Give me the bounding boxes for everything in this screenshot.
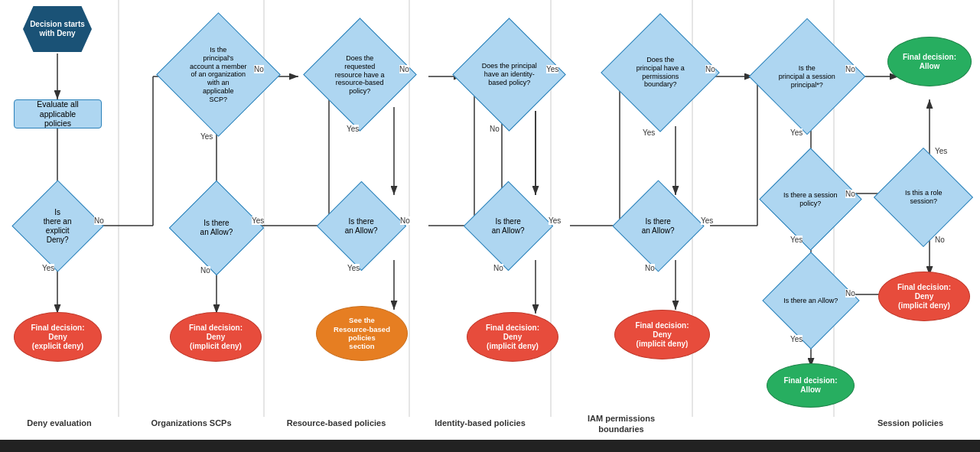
evaluate-node: Evaluate allapplicablepolicies — [14, 99, 102, 128]
scp-allow-diamond: Is therean Allow? — [172, 187, 260, 268]
resource-policy-diamond: Does therequestedresource have aresource… — [314, 23, 405, 126]
label-yes-session-principal: Yes — [790, 128, 803, 137]
label-iam-boundaries: IAM permissionsboundaries — [552, 413, 690, 435]
label-identity-policies: Identity-based policies — [413, 418, 547, 428]
label-yes-resource-allow: Yes — [347, 264, 360, 272]
label-yes-deny: Yes — [42, 264, 54, 272]
label-yes-session-allow: Yes — [790, 335, 803, 343]
label-yes-scp-member: Yes — [200, 132, 213, 141]
session-allow-diamond: Is there an Allow? — [763, 264, 858, 337]
label-yes-identity-allow: Yes — [549, 216, 561, 225]
session-policy-diamond: Is there a sessionpolicy? — [763, 161, 858, 237]
label-yes-resource-policy: Yes — [347, 125, 359, 133]
label-no-identity-policy: No — [490, 125, 500, 133]
label-yes-identity-policy: Yes — [546, 65, 558, 73]
permissions-boundary-diamond: Does theprincipal have apermissionsbound… — [612, 15, 708, 130]
diagram-container: Deny evaluation Organizations SCPs Resou… — [0, 0, 980, 440]
see-resource-policies: See theResource-basedpoliciessection — [316, 306, 408, 361]
final-deny-scp: Final decision:Deny(implicit deny) — [170, 312, 262, 362]
label-resource-policies: Resource-based policies — [266, 418, 406, 428]
label-yes-scp-allow: Yes — [252, 216, 264, 225]
label-no-session-policy: No — [845, 190, 855, 198]
label-no-resource-allow: No — [400, 216, 410, 225]
label-no-scp-member: No — [254, 65, 264, 73]
label-no-resource-policy: No — [399, 65, 409, 73]
label-yes-session-policy: Yes — [790, 236, 803, 244]
label-no-boundary-allow: No — [645, 264, 655, 272]
final-allow-bottom: Final decision:Allow — [767, 363, 855, 408]
explicit-deny-diamond: Isthere anexplicitDeny? — [15, 184, 99, 268]
label-yes-role-session: Yes — [935, 147, 947, 155]
final-deny-explicit: Final decision:Deny(explicit deny) — [14, 312, 102, 362]
session-principal-diamond: Is theprincipal a sessionprincipal*? — [759, 23, 855, 130]
role-session-diamond: Is this a role session? — [878, 159, 969, 236]
resource-allow-diamond: Is therean Allow? — [321, 187, 402, 264]
identity-policy-diamond: Does the principalhave an identity-based… — [463, 23, 555, 126]
label-no-scp-allow: No — [200, 266, 210, 275]
label-yes-boundary-allow: Yes — [701, 216, 713, 225]
label-no-permissions-boundary: No — [705, 65, 715, 73]
scp-member-diamond: Is theprincipal'saccount a memberof an o… — [168, 15, 268, 134]
start-node: Decision startswith Deny — [23, 6, 92, 52]
label-session-policies: Session policies — [842, 418, 979, 428]
label-org-scps: Organizations SCPs — [122, 418, 260, 428]
label-yes-permissions-boundary: Yes — [643, 128, 655, 137]
final-deny-session: Final decision:Deny(implicit deny) — [878, 272, 970, 321]
final-deny-identity: Final decision:Deny(implicit deny) — [467, 312, 558, 362]
boundary-allow-diamond: Is therean Allow? — [618, 187, 698, 264]
label-no-identity-allow: No — [493, 264, 503, 272]
label-no-deny: No — [94, 216, 104, 225]
final-allow-top: Final decision:Allow — [887, 37, 972, 86]
label-no-session-principal: No — [845, 65, 855, 73]
label-deny-eval: Deny evaluation — [4, 418, 115, 428]
label-no-session-allow: No — [845, 289, 855, 298]
final-deny-boundary: Final decision:Deny(implicit deny) — [614, 310, 710, 359]
bottom-bar — [0, 440, 980, 452]
label-no-role-session: No — [935, 236, 945, 244]
identity-allow-diamond: Is therean Allow? — [468, 187, 549, 264]
